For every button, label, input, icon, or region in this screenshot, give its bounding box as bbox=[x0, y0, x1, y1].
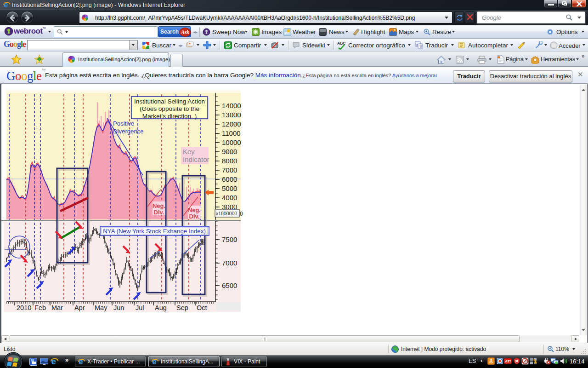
svg-text:Apr: Apr bbox=[74, 304, 85, 311]
svg-text:Div.: Div. bbox=[189, 213, 200, 220]
svg-text:7000: 7000 bbox=[222, 166, 237, 174]
svg-text:Market’s direction. ): Market’s direction. ) bbox=[142, 113, 197, 120]
svg-text:10000: 10000 bbox=[222, 138, 241, 146]
svg-text:May: May bbox=[95, 304, 107, 311]
svg-text:13000: 13000 bbox=[222, 111, 241, 119]
svg-text:NYA (New York Stock Exhange In: NYA (New York Stock Exhange Index) bbox=[103, 228, 206, 235]
svg-text:6000: 6000 bbox=[222, 175, 237, 183]
svg-text:(Goes opposite to the: (Goes opposite to the bbox=[140, 105, 199, 112]
svg-text:Aug: Aug bbox=[155, 304, 167, 311]
svg-text:Institutional Selling Action: Institutional Selling Action bbox=[134, 98, 205, 105]
svg-text:9000: 9000 bbox=[222, 148, 237, 155]
svg-text:Key: Key bbox=[183, 148, 195, 155]
svg-text:6500: 6500 bbox=[222, 282, 237, 289]
svg-text:12000: 12000 bbox=[222, 120, 241, 128]
svg-text:Positive: Positive bbox=[113, 120, 134, 127]
svg-text:Oct: Oct bbox=[197, 304, 207, 311]
svg-text:Indicator: Indicator bbox=[183, 155, 209, 163]
svg-text:Divergence: Divergence bbox=[113, 128, 144, 135]
svg-text:5000: 5000 bbox=[222, 184, 237, 192]
svg-text:Feb: Feb bbox=[34, 304, 46, 311]
svg-text:x1000000: x1000000 bbox=[216, 211, 237, 216]
svg-text:14000: 14000 bbox=[222, 102, 241, 109]
svg-text:Mar: Mar bbox=[51, 304, 63, 311]
svg-text:ATI: ATI bbox=[504, 359, 511, 363]
svg-text:Div.: Div. bbox=[154, 209, 164, 216]
svg-text:8000: 8000 bbox=[222, 157, 237, 165]
svg-text:0: 0 bbox=[240, 211, 243, 217]
svg-text:Sep: Sep bbox=[176, 304, 188, 311]
svg-text:4000: 4000 bbox=[222, 194, 237, 201]
svg-text:Jun: Jun bbox=[113, 304, 124, 311]
svg-text:Jul: Jul bbox=[136, 304, 144, 311]
svg-text:11000: 11000 bbox=[222, 129, 241, 137]
svg-text:7000: 7000 bbox=[222, 259, 237, 267]
svg-text:2010: 2010 bbox=[17, 304, 31, 311]
svg-text:7500: 7500 bbox=[222, 236, 237, 243]
svg-text:Neg.: Neg. bbox=[153, 202, 165, 209]
